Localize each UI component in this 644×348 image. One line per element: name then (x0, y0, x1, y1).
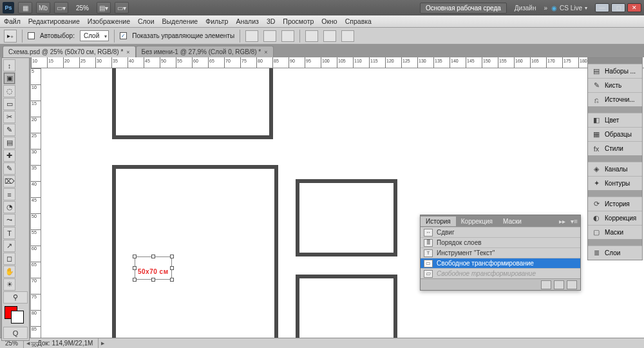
frame-rect[interactable] (296, 275, 397, 338)
doc-tab-inactive[interactable]: Без имени-1 @ 27,9% (Слой 0, RGB/8) *× (136, 46, 274, 57)
close-icon[interactable]: × (126, 49, 129, 55)
rotate-tool[interactable]: ☀ (3, 278, 15, 291)
menu-view[interactable]: Просмотр (283, 17, 314, 25)
crop-tool[interactable]: ✂ (3, 111, 15, 123)
frame-rect[interactable] (112, 68, 273, 139)
menu-window[interactable]: Окно (321, 17, 337, 25)
pen-tool[interactable]: ⤳ (3, 214, 15, 226)
stamp-tool[interactable]: ✎ (3, 162, 15, 175)
doc-maximize-button[interactable]: ◻ (611, 3, 625, 12)
marquee-tool[interactable]: ▣ (3, 72, 15, 84)
type-tool[interactable]: T (3, 227, 15, 239)
dock-item[interactable]: ⎌Источни... (588, 92, 642, 106)
panel-collapse-icon[interactable]: ▸▸ (556, 218, 568, 225)
background-swatch[interactable] (11, 311, 24, 324)
doc-close-button[interactable]: ✕ (627, 3, 641, 12)
dock-item[interactable]: ◧Цвет (588, 113, 642, 127)
shape-tool[interactable]: ◻ (3, 253, 15, 265)
path-tool[interactable]: ↗ (3, 240, 15, 252)
canvas[interactable]: 50x70 см (41, 68, 644, 338)
adjust-icon: ◐ (592, 214, 601, 223)
blur-tool[interactable]: ◔ (3, 201, 15, 213)
dock-item[interactable]: ▤Наборы ... (588, 64, 642, 78)
presets-icon: ▤ (592, 67, 601, 76)
align-btn-1[interactable] (245, 30, 258, 42)
adjustments-tab[interactable]: Коррекция (456, 217, 498, 226)
history-row[interactable]: ≣Порядок слоев (421, 237, 580, 247)
vertical-ruler[interactable]: 51015202530354045505560657075808590 (31, 68, 41, 338)
color-swatches[interactable] (3, 304, 28, 326)
autoselect-checkbox[interactable] (28, 32, 35, 39)
screen-mode-button[interactable]: ▭▾ (115, 2, 129, 14)
frame-rect[interactable] (112, 165, 278, 338)
showcontrols-checkbox[interactable]: ✓ (120, 32, 127, 39)
menu-filter[interactable]: Фильтр (205, 17, 228, 25)
close-icon[interactable]: × (264, 49, 267, 55)
move-tool[interactable]: ↕ (3, 59, 15, 72)
title-zoom[interactable]: 25% (72, 5, 93, 12)
masks-tab[interactable]: Маски (498, 217, 527, 226)
history-panel[interactable]: История Коррекция Маски ▸▸ ▾≡ ↔Сдвиг ≣По… (420, 215, 581, 291)
history-icon: ⟳ (592, 200, 601, 209)
menu-edit[interactable]: Редактирование (28, 17, 80, 25)
text-layer-selected[interactable]: 50x70 см (135, 256, 172, 280)
view-extras-button[interactable]: ▤▾ (97, 2, 111, 14)
align-btn-5[interactable] (323, 30, 336, 42)
dock-item[interactable]: ≣Слои (588, 246, 642, 260)
align-btn-6[interactable] (341, 30, 354, 42)
align-btn-4[interactable] (305, 30, 318, 42)
dock-item[interactable]: fxСтили (588, 141, 642, 155)
cslive-menu[interactable]: ◉CS Live▾ (551, 5, 587, 12)
menu-layer[interactable]: Слои (138, 17, 155, 25)
history-delete-button[interactable] (567, 280, 577, 289)
lasso-tool[interactable]: ◌ (3, 85, 15, 97)
heal-tool[interactable]: ▤ (3, 137, 15, 149)
history-tab[interactable]: История (421, 217, 456, 226)
dock-item[interactable]: ✎Кисть (588, 78, 642, 92)
align-btn-2[interactable] (263, 30, 276, 42)
dock-item[interactable]: ✦Контуры (588, 176, 642, 190)
eraser-tool[interactable]: ⌦ (3, 175, 15, 188)
history-snapshot-button[interactable] (541, 280, 551, 289)
history-row[interactable]: TИнструмент "Текст" (421, 247, 580, 258)
menu-analysis[interactable]: Анализ (236, 17, 258, 25)
zoom-tool[interactable]: ⚲ (3, 291, 28, 304)
workspace-pill[interactable]: Основная рабочая среда (420, 3, 507, 14)
history-row-selected[interactable]: ▭Свободное трансформирование (421, 258, 580, 268)
status-docinfo[interactable]: Док: 114,9M/22,1M (32, 338, 99, 348)
workspace-more[interactable]: » (544, 5, 547, 12)
panel-menu-icon[interactable]: ▾≡ (568, 218, 580, 225)
menu-file[interactable]: Файл (4, 17, 21, 25)
quickmask-tool[interactable]: Q (3, 327, 28, 339)
history-row[interactable]: ↔Сдвиг (421, 227, 580, 237)
mb-button[interactable]: Mb (36, 2, 50, 14)
brush-tool[interactable]: ✚ (3, 150, 15, 162)
frame-rect[interactable] (296, 179, 397, 256)
history-new-button[interactable] (554, 280, 564, 289)
dock-item[interactable]: ◐Коррекция (588, 211, 642, 225)
autoselect-dropdown[interactable]: Слой (80, 30, 109, 41)
doc-tab-active[interactable]: Схема.psd @ 25% (50x70 см, RGB/8) *× (3, 46, 136, 57)
quickselect-tool[interactable]: ▭ (3, 98, 15, 110)
dock-item[interactable]: ◈Каналы (588, 162, 642, 176)
hand-tool[interactable]: ✋ (3, 266, 15, 278)
dock-item[interactable]: ⟳История (588, 197, 642, 211)
align-btn-3[interactable] (281, 30, 294, 42)
history-row[interactable]: ▭Свободное трансформирование (421, 268, 580, 278)
work-area: ↕ ▣ ◌ ▭ ✂ ✎ ▤ ✚ ✎ ⌦ ≡ ◔ ⤳ T ↗ ◻ ✋ ☀ ⚲ Q … (0, 57, 644, 338)
workspace-design[interactable]: Дизайн (511, 5, 540, 12)
tool-preset-button[interactable]: ▸₊ (4, 30, 17, 43)
bridge-button[interactable]: ▦ (18, 2, 32, 14)
gradient-tool[interactable]: ≡ (3, 188, 15, 200)
menu-select[interactable]: Выделение (162, 17, 198, 25)
menu-image[interactable]: Изображение (88, 17, 130, 25)
doc-minimize-button[interactable]: — (595, 3, 609, 12)
menu-3d[interactable]: 3D (267, 17, 275, 25)
horizontal-ruler[interactable]: 1015202530354045505560657075808590951001… (31, 57, 644, 68)
status-bar: 25% ◀ Док: 114,9M/22,1M ▶ (0, 338, 644, 348)
dock-item[interactable]: ▢Маски (588, 225, 642, 239)
dock-item[interactable]: ▦Образцы (588, 127, 642, 141)
arrange-button[interactable]: ▭▾ (54, 2, 68, 14)
menu-help[interactable]: Справка (345, 17, 372, 25)
eyedropper-tool[interactable]: ✎ (3, 124, 15, 136)
